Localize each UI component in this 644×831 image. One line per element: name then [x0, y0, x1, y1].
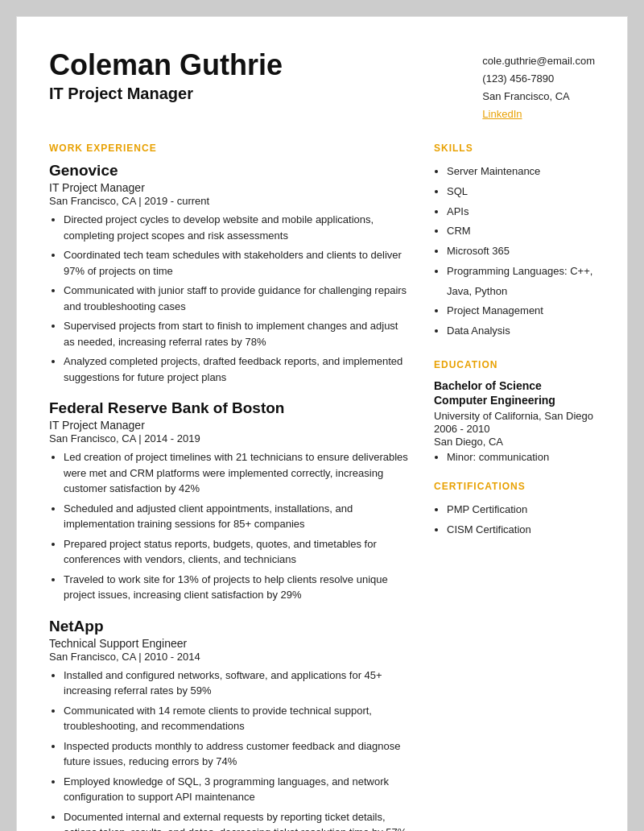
bullet-item: Documented internal and external request… — [64, 809, 410, 831]
skill-item: APIs — [447, 202, 595, 222]
bullet-item: Coordinated tech team schedules with sta… — [64, 247, 410, 279]
edu-school: University of California, San Diego — [434, 410, 595, 422]
header-right: cole.guthrie@email.com (123) 456-7890 Sa… — [482, 49, 595, 123]
job-genovice: Genovice IT Project Manager San Francisc… — [49, 162, 410, 385]
skills-list: Server Maintenance SQL APIs CRM Microsof… — [434, 162, 595, 341]
education-section: EDUCATION Bachelor of Science Computer E… — [434, 359, 595, 463]
skill-item: Project Management — [447, 301, 595, 321]
bullet-item: Employed knowledge of SQL, 3 programming… — [64, 774, 410, 805]
left-column: WORK EXPERIENCE Genovice IT Project Mana… — [49, 143, 410, 831]
resume-document: Coleman Guthrie IT Project Manager cole.… — [16, 16, 628, 831]
header-left: Coleman Guthrie IT Project Manager — [49, 49, 283, 103]
education-title: EDUCATION — [434, 359, 595, 370]
bullet-item: Communicated with 14 remote clients to p… — [64, 703, 410, 734]
job-company-0: Genovice — [49, 162, 410, 180]
main-layout: WORK EXPERIENCE Genovice IT Project Mana… — [49, 143, 595, 831]
job-netapp: NetApp Technical Support Engineer San Fr… — [49, 618, 410, 831]
linkedin-link[interactable]: LinkedIn — [482, 108, 522, 120]
job-location-2: San Francisco, CA | 2010 - 2014 — [49, 651, 410, 663]
certifications-section: CERTIFICATIONS PMP Certification CISM Ce… — [434, 481, 595, 540]
cert-item: CISM Certification — [447, 520, 595, 540]
edu-location: San Diego, CA — [434, 436, 595, 448]
edu-minor: Minor: communication — [447, 451, 595, 463]
bullet-item: Prepared project status reports, budgets… — [64, 536, 410, 568]
job-company-1: Federal Reserve Bank of Boston — [49, 399, 410, 417]
bullet-item: Scheduled and adjusted client appointmen… — [64, 501, 410, 532]
skills-title: SKILLS — [434, 143, 595, 154]
bullet-item: Analyzed completed projects, drafted fee… — [64, 353, 410, 385]
job-title-2: Technical Support Engineer — [49, 637, 410, 650]
bullet-item: Inspected products monthly to address cu… — [64, 738, 410, 770]
certifications-title: CERTIFICATIONS — [434, 481, 595, 492]
skill-item: Data Analysis — [447, 321, 595, 341]
job-location-1: San Francisco, CA | 2014 - 2019 — [49, 432, 410, 444]
candidate-name: Coleman Guthrie — [49, 49, 283, 81]
bullet-item: Directed project cycles to develop websi… — [64, 212, 410, 243]
skills-section: SKILLS Server Maintenance SQL APIs CRM M… — [434, 143, 595, 341]
job-bullets-1: Led creation of project timelines with 2… — [49, 449, 410, 603]
work-experience-section: WORK EXPERIENCE Genovice IT Project Mana… — [49, 143, 410, 831]
edu-degree: Bachelor of Science Computer Engineering — [434, 378, 595, 407]
right-column: SKILLS Server Maintenance SQL APIs CRM M… — [434, 143, 595, 831]
skill-item: SQL — [447, 182, 595, 202]
skill-item: CRM — [447, 221, 595, 242]
job-location-0: San Francisco, CA | 2019 - current — [49, 195, 410, 207]
bullet-item: Communicated with junior staff to provid… — [64, 283, 410, 314]
email: cole.guthrie@email.com — [482, 52, 595, 70]
job-company-2: NetApp — [49, 618, 410, 635]
location: San Francisco, CA — [482, 88, 595, 105]
candidate-title: IT Project Manager — [49, 85, 283, 103]
skill-item: Microsoft 365 — [447, 242, 595, 262]
phone: (123) 456-7890 — [482, 70, 595, 88]
bullet-item: Traveled to work site for 13% of project… — [64, 572, 410, 603]
edu-minor-list: Minor: communication — [434, 451, 595, 463]
edu-dates: 2006 - 2010 — [434, 423, 595, 435]
header-section: Coleman Guthrie IT Project Manager cole.… — [49, 49, 595, 123]
skill-item: Server Maintenance — [447, 162, 595, 182]
job-federal-reserve: Federal Reserve Bank of Boston IT Projec… — [49, 399, 410, 603]
bullet-item: Installed and configured networks, softw… — [64, 668, 410, 699]
job-bullets-2: Installed and configured networks, softw… — [49, 668, 410, 831]
work-experience-title: WORK EXPERIENCE — [49, 143, 410, 154]
cert-list: PMP Certification CISM Certification — [434, 500, 595, 540]
bullet-item: Led creation of project timelines with 2… — [64, 449, 410, 497]
job-title-0: IT Project Manager — [49, 181, 410, 194]
cert-item: PMP Certification — [447, 500, 595, 520]
job-bullets-0: Directed project cycles to develop websi… — [49, 212, 410, 385]
skill-item: Programming Languages: C++, Java, Python — [447, 262, 595, 301]
bullet-item: Supervised projects from start to finish… — [64, 318, 410, 349]
job-title-1: IT Project Manager — [49, 419, 410, 432]
